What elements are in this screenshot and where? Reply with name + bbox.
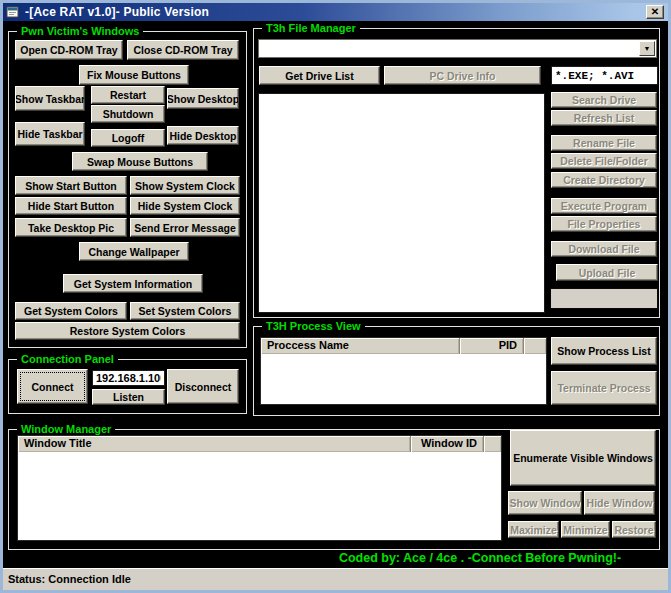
get-drive-list-button[interactable]: Get Drive List [259,66,380,85]
change-wallpaper-button[interactable]: Change Wallpaper [79,242,189,261]
window-listview-header: Window Title Window ID [18,436,501,452]
window-manager-group-label: Window Manager [17,422,115,436]
window-title: -[Ace RAT v1.0]- Public Version [25,5,209,19]
close-button[interactable]: ✕ [646,5,664,19]
app-window: -[Ace RAT v1.0]- Public Version ✕ Pwn Vi… [0,0,671,593]
connection-group-label: Connection Panel [17,352,118,366]
get-colors-button[interactable]: Get System Colors [15,302,127,320]
chevron-down-icon[interactable]: ▼ [639,41,655,56]
ip-address-input[interactable] [92,370,165,386]
get-sysinfo-button[interactable]: Get System Information [63,274,203,293]
show-window-button[interactable]: Show Window [508,491,582,515]
rename-file-button[interactable]: Rename File [551,135,657,151]
download-file-button[interactable]: Download File [551,241,657,257]
fix-mouse-button[interactable]: Fix Mouse Buttons [79,65,189,85]
stub-column-header [484,436,501,452]
pwn-group-label: Pwn Victim's Windows [17,24,143,38]
create-directory-button[interactable]: Create Directory [551,172,657,188]
hide-start-button[interactable]: Hide Start Button [15,197,127,215]
process-listview-header: Proccess Name PID [261,338,546,354]
upload-file-button[interactable]: Upload File [556,264,658,281]
listen-button[interactable]: Listen [92,389,165,405]
hide-taskbar-button[interactable]: Hide Taskbar [15,122,85,146]
delete-file-button[interactable]: Delete File/Folder [551,153,657,169]
file-properties-button[interactable]: File Properties [551,216,657,232]
title-bar: -[Ace RAT v1.0]- Public Version ✕ [3,3,668,21]
minimize-window-button[interactable]: Minimize [561,521,610,538]
restore-window-button[interactable]: Restore [612,521,656,538]
window-title-column-header[interactable]: Window Title [18,436,411,452]
enumerate-windows-button[interactable]: Enumerate Visible Windows [510,430,656,486]
hide-window-button[interactable]: Hide Window [584,491,655,515]
process-name-column-header[interactable]: Proccess Name [261,338,460,354]
disconnect-button[interactable]: Disconnect [167,369,239,404]
refresh-list-button[interactable]: Refresh List [551,110,657,126]
restart-button[interactable]: Restart [91,86,165,104]
maximize-window-button[interactable]: Maximize [508,521,559,538]
pc-drive-info-button[interactable]: PC Drive Info [384,66,541,85]
drive-combobox-value [259,44,262,56]
window-id-column-header[interactable]: Window ID [411,436,484,452]
credit-text: Coded by: Ace / 4ce . -Connect Before Pw… [300,551,660,565]
show-clock-button[interactable]: Show System Clock [130,176,240,195]
transfer-progress-bar [550,288,658,309]
drive-combobox[interactable]: ▼ [258,39,657,58]
stub-column-header [524,338,546,354]
send-error-button[interactable]: Send Error Message [130,218,240,237]
file-manager-group-label: T3h File Manager [262,21,360,35]
shutdown-button[interactable]: Shutdown [91,105,165,123]
close-cdrom-button[interactable]: Close CD-ROM Tray [127,40,239,60]
file-filter-input[interactable] [551,66,658,85]
process-listview[interactable]: Proccess Name PID [260,337,547,405]
window-listview[interactable]: Window Title Window ID [17,435,502,541]
status-text: Status: Connection Idle [8,573,131,585]
search-drive-button[interactable]: Search Drive [551,92,657,108]
logoff-button[interactable]: Logoff [91,129,165,147]
execute-program-button[interactable]: Execute Program [551,198,657,214]
terminate-process-button[interactable]: Terminate Process [551,371,657,405]
show-start-button[interactable]: Show Start Button [15,176,127,195]
open-cdrom-button[interactable]: Open CD-ROM Tray [15,40,123,60]
show-process-list-button[interactable]: Show Process List [551,337,657,365]
take-desktop-pic-button[interactable]: Take Desktop Pic [15,218,127,237]
set-colors-button[interactable]: Set System Colors [130,302,240,320]
hide-clock-button[interactable]: Hide System Clock [130,197,240,215]
app-form-icon [6,5,20,19]
process-view-group-label: T3H Process View [262,319,365,333]
show-desktop-button[interactable]: Show Desktop [167,88,239,109]
swap-mouse-button[interactable]: Swap Mouse Buttons [72,152,208,171]
status-bar: Status: Connection Idle [3,568,668,590]
hide-desktop-button[interactable]: Hide Desktop [167,126,239,145]
show-taskbar-button[interactable]: Show Taskbar [15,86,85,111]
connect-button[interactable]: Connect [17,369,88,404]
pid-column-header[interactable]: PID [460,338,524,354]
restore-colors-button[interactable]: Restore System Colors [15,322,240,340]
file-listbox[interactable] [258,93,545,313]
